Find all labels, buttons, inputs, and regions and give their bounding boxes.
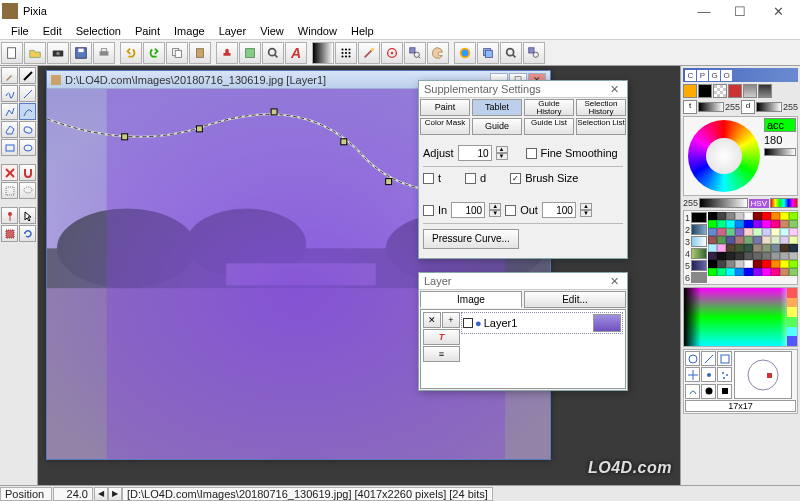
mini-f[interactable] [758,84,772,98]
menu-view[interactable]: View [253,24,291,38]
scan-button[interactable] [47,42,69,64]
mini-b[interactable] [698,84,712,98]
brush-preview[interactable] [734,351,792,399]
supp-close-button[interactable]: ✕ [606,83,622,96]
pal-thumb-5[interactable] [691,260,707,271]
mini-c[interactable] [713,84,727,98]
supp-tab-selection-list[interactable]: Selection List [576,118,626,135]
pal-thumb-4[interactable] [691,248,707,259]
pal-thumb-6[interactable] [691,272,707,283]
layer-title[interactable]: Layer ✕ [419,273,627,290]
brush-size-checkbox[interactable] [510,173,521,184]
layer-text-icon[interactable]: T [423,329,460,345]
supp-tab-guide-list[interactable]: Guide List [524,118,574,135]
out-checkbox[interactable] [505,205,516,216]
supp-tab-color-mask[interactable]: Color Mask [420,118,470,135]
palette-button[interactable] [427,42,449,64]
rect-tool[interactable] [1,139,18,156]
layer-close-button[interactable]: ✕ [606,275,622,288]
stamp-button[interactable] [216,42,238,64]
line-tool[interactable] [19,85,36,102]
dotgrid-button[interactable] [335,42,357,64]
target-button[interactable] [381,42,403,64]
mini-slider[interactable] [764,148,796,156]
brush-shape-5[interactable] [701,367,716,382]
layer-add-icon[interactable]: + [442,312,460,328]
ellipse-tool[interactable] [19,139,36,156]
new-button[interactable] [1,42,23,64]
text-button[interactable]: A [285,42,307,64]
supp-title[interactable]: Supplementary Settings ✕ [419,81,627,98]
in-spinner[interactable]: ▲▼ [489,203,501,217]
slider-l-icon[interactable]: t [683,100,697,114]
save-button[interactable] [70,42,92,64]
eye-icon[interactable]: ● [475,317,482,329]
rect-select-tool[interactable] [1,182,18,199]
map-button[interactable] [239,42,261,64]
pal-thumb-1[interactable] [691,212,707,223]
mini-d[interactable] [728,84,742,98]
status-left-button[interactable]: ◀ [94,487,108,501]
mini-a[interactable] [683,84,697,98]
layer-panel[interactable]: Layer ✕ Image Edit... ✕ + T ≡ [418,272,628,391]
menu-layer[interactable]: Layer [212,24,254,38]
slider-right[interactable] [756,102,782,112]
menu-help[interactable]: Help [344,24,381,38]
pen-tool[interactable] [19,67,36,84]
palette-grid[interactable] [708,212,798,283]
menu-image[interactable]: Image [167,24,212,38]
close-region-tool[interactable] [1,164,18,181]
out-spinner[interactable]: ▲▼ [580,203,592,217]
redo-button[interactable] [143,42,165,64]
rp-mode-p[interactable]: P [697,70,708,81]
menu-file[interactable]: File [4,24,36,38]
rp-mode-g[interactable]: G [709,70,720,81]
browser-button[interactable] [454,42,476,64]
supp-tab-selection-history[interactable]: Selection History [576,99,626,116]
layer-close-icon[interactable]: ✕ [423,312,441,328]
out-input[interactable] [542,202,576,218]
brush-shape-8[interactable] [701,384,716,399]
stackzoom-button[interactable] [404,42,426,64]
brush-shape-4[interactable] [685,367,700,382]
t-checkbox[interactable] [423,173,434,184]
pin-tool[interactable] [1,207,18,224]
layer-row[interactable]: ● Layer1 [461,312,623,334]
zoom-button[interactable] [262,42,284,64]
fine-smoothing-checkbox[interactable] [526,148,537,159]
supp-tab-tablet[interactable]: Tablet [472,99,522,116]
wand-tool-button[interactable] [358,42,380,64]
layerzoom-button[interactable] [523,42,545,64]
layer-tab-image[interactable]: Image [420,291,522,308]
layers-button[interactable] [477,42,499,64]
brush-shape-1[interactable] [685,351,700,366]
select-region-tool[interactable] [1,225,18,242]
adjust-spinner[interactable]: ▲▼ [496,146,508,160]
cursor-tool[interactable] [19,207,36,224]
zoom2-button[interactable] [500,42,522,64]
color-wheel[interactable] [688,120,760,192]
menu-window[interactable]: Window [291,24,344,38]
magnet-tool[interactable] [19,164,36,181]
menu-selection[interactable]: Selection [69,24,128,38]
status-right-button[interactable]: ▶ [108,487,122,501]
rp-mode-o[interactable]: O [721,70,732,81]
supp-tab-guide-history[interactable]: Guide History [524,99,574,116]
slider-left[interactable] [698,102,724,112]
curve-tool[interactable] [19,103,36,120]
polyline-tool[interactable] [1,103,18,120]
in-checkbox[interactable] [423,205,434,216]
supp-tab-guide[interactable]: Guide [472,118,522,135]
hue-slider[interactable] [770,198,798,208]
freehand-tool[interactable] [1,85,18,102]
copy-button[interactable] [166,42,188,64]
minimize-button[interactable]: — [686,1,722,21]
grayscale-button[interactable] [312,42,334,64]
menu-edit[interactable]: Edit [36,24,69,38]
maximize-button[interactable]: ☐ [722,1,758,21]
brush-tool[interactable] [1,67,18,84]
layer-visible-icon[interactable] [463,318,473,328]
d-checkbox[interactable] [465,173,476,184]
brush-shape-7[interactable] [685,384,700,399]
adjust-input[interactable] [458,145,492,161]
